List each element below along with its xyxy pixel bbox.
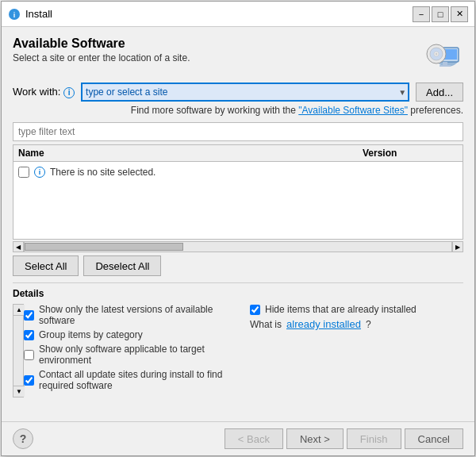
label-group-by-category: Group items by category bbox=[39, 329, 143, 340]
minimize-button[interactable]: − bbox=[413, 6, 430, 22]
filter-input[interactable] bbox=[13, 122, 463, 141]
what-is-text: What is bbox=[250, 319, 282, 330]
row-checkbox[interactable] bbox=[18, 167, 29, 178]
software-icon bbox=[422, 36, 463, 75]
title-bar: i Install − □ ✕ bbox=[2, 2, 474, 27]
window-icon: i bbox=[8, 8, 21, 21]
help-button[interactable]: ? bbox=[13, 428, 33, 449]
site-select-wrapper: type or select a site ▼ bbox=[81, 83, 409, 102]
cancel-button[interactable]: Cancel bbox=[405, 428, 463, 449]
label-latest-versions: Show only the latest versions of availab… bbox=[39, 304, 237, 326]
what-is-suffix: ? bbox=[366, 319, 371, 330]
finish-button[interactable]: Finish bbox=[347, 428, 401, 449]
column-name-header: Name bbox=[18, 148, 363, 159]
details-left-col: Show only the latest versions of availab… bbox=[24, 304, 237, 394]
title-controls: − □ ✕ bbox=[413, 6, 468, 22]
checkbox-contact-update-sites[interactable] bbox=[24, 375, 34, 386]
site-select[interactable]: type or select a site bbox=[81, 83, 409, 102]
work-with-row: Work with: i type or select a site ▼ Add… bbox=[13, 83, 463, 102]
row-info-icon[interactable]: i bbox=[34, 167, 45, 178]
details-body: Show only the latest versions of availab… bbox=[13, 304, 463, 397]
label-target-environment: Show only software applicable to target … bbox=[39, 344, 237, 366]
select-all-button[interactable]: Select All bbox=[13, 255, 79, 276]
checkbox-group-by-category[interactable] bbox=[24, 330, 34, 340]
checkbox-row-3: Show only software applicable to target … bbox=[24, 344, 237, 366]
find-more-text: Find more software by working with the "… bbox=[13, 105, 463, 116]
checkbox-row-1: Show only the latest versions of availab… bbox=[24, 304, 237, 326]
scrollbar-track[interactable] bbox=[13, 316, 23, 386]
details-left: Show only the latest versions of availab… bbox=[24, 304, 463, 397]
checkbox-row-hide-installed: Hide items that are already installed bbox=[250, 304, 463, 315]
horizontal-scrollbar-area: ◀ ▶ bbox=[13, 241, 463, 252]
details-section: Details Show only the latest versions of… bbox=[13, 282, 463, 397]
scroll-left-button[interactable]: ◀ bbox=[13, 241, 24, 252]
table-row: i There is no site selected. bbox=[18, 165, 458, 179]
details-right-col: Hide items that are already installed Wh… bbox=[250, 304, 463, 394]
label-hide-installed: Hide items that are already installed bbox=[265, 304, 416, 315]
already-installed-link[interactable]: already installed bbox=[286, 318, 361, 330]
svg-point-10 bbox=[436, 53, 438, 56]
header-section: Available Software Select a site or ente… bbox=[13, 36, 463, 75]
horizontal-scrollbar[interactable] bbox=[24, 241, 452, 252]
selection-buttons-row: Select All Deselect All bbox=[13, 255, 463, 276]
details-grid: Show only the latest versions of availab… bbox=[24, 304, 463, 394]
close-button[interactable]: ✕ bbox=[451, 6, 468, 22]
restore-button[interactable]: □ bbox=[432, 6, 449, 22]
svg-rect-6 bbox=[440, 65, 451, 67]
details-label: Details bbox=[13, 288, 463, 299]
horizontal-scrollbar-thumb[interactable] bbox=[25, 243, 183, 251]
header-text: Available Software Select a site or ente… bbox=[13, 36, 190, 63]
software-table: Name Version i There is no site selected… bbox=[13, 144, 463, 240]
window-title: Install bbox=[25, 8, 52, 20]
work-with-label: Work with: i bbox=[13, 86, 75, 98]
checkbox-row-2: Group items by category bbox=[24, 329, 237, 340]
page-subtitle: Select a site or enter the location of a… bbox=[13, 52, 190, 63]
available-software-sites-link[interactable]: "Available Software Sites" bbox=[298, 105, 408, 116]
checkbox-hide-installed[interactable] bbox=[250, 305, 260, 315]
work-with-info-icon[interactable]: i bbox=[63, 87, 75, 98]
main-content: Available Software Select a site or ente… bbox=[2, 27, 474, 421]
scroll-right-button[interactable]: ▶ bbox=[452, 241, 463, 252]
scroll-up-button[interactable]: ▲ bbox=[13, 305, 25, 316]
vertical-scrollbar: ▲ ▼ bbox=[13, 304, 24, 397]
footer-buttons: < Back Next > Finish Cancel bbox=[225, 428, 463, 449]
footer: ? < Back Next > Finish Cancel bbox=[2, 421, 474, 455]
table-header: Name Version bbox=[13, 145, 463, 162]
header-icon bbox=[422, 36, 463, 75]
checkbox-target-environment[interactable] bbox=[24, 350, 34, 360]
label-contact-update-sites: Contact all update sites during install … bbox=[39, 369, 237, 391]
checkbox-latest-versions[interactable] bbox=[24, 310, 34, 321]
row-name-text: There is no site selected. bbox=[50, 167, 155, 178]
deselect-all-button[interactable]: Deselect All bbox=[83, 255, 161, 276]
title-bar-left: i Install bbox=[8, 8, 52, 21]
back-button[interactable]: < Back bbox=[225, 428, 283, 449]
add-button[interactable]: Add... bbox=[416, 83, 463, 102]
page-title: Available Software bbox=[13, 36, 190, 51]
svg-text:i: i bbox=[13, 11, 16, 19]
install-window: i Install − □ ✕ Available Software Selec… bbox=[1, 1, 475, 456]
next-button[interactable]: Next > bbox=[286, 428, 344, 449]
checkbox-row-4: Contact all update sites during install … bbox=[24, 369, 237, 391]
column-version-header: Version bbox=[363, 148, 458, 159]
svg-rect-5 bbox=[443, 62, 447, 65]
scroll-down-button[interactable]: ▼ bbox=[13, 386, 25, 397]
table-body: i There is no site selected. bbox=[13, 162, 463, 182]
already-installed-row: What is already installed ? bbox=[250, 318, 463, 330]
